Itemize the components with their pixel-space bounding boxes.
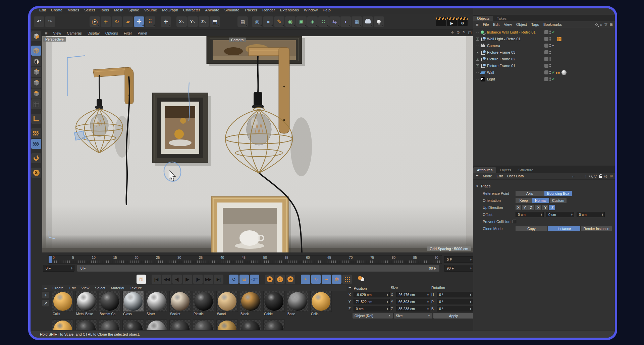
go-to-start-icon[interactable]: |◀: [152, 275, 161, 284]
size-mode-dropdown[interactable]: Size▼: [394, 313, 432, 319]
play-icon[interactable]: ▶: [183, 275, 192, 284]
object-row[interactable]: Camera ⌖: [473, 42, 615, 49]
axis-lock-y[interactable]: Y↘: [187, 16, 198, 27]
picture-frame-middle[interactable]: [152, 93, 211, 166]
visibility-dots[interactable]: [549, 57, 551, 61]
keyframe-selection-icon[interactable]: ( ): [275, 275, 285, 284]
menu-select[interactable]: Select: [84, 8, 95, 12]
enabled-check-icon[interactable]: ✓: [552, 30, 555, 35]
attr-menu-userdata[interactable]: User Data: [507, 174, 524, 178]
mat-menu-create[interactable]: Create: [53, 286, 64, 290]
material-list-row2[interactable]: [52, 320, 285, 330]
reference-point-axis-button[interactable]: Axis: [516, 191, 544, 196]
material-item[interactable]: Coils: [52, 291, 73, 316]
search-icon[interactable]: [595, 23, 598, 26]
tab-attributes[interactable]: Attributes: [473, 167, 496, 173]
material-item[interactable]: Socket: [169, 291, 191, 316]
object-row[interactable]: Wall ✓: [473, 69, 615, 76]
om-menu-tags[interactable]: Tags: [531, 22, 539, 26]
spline-pen-icon[interactable]: ✎: [274, 16, 284, 27]
up-icon[interactable]: ↑: [585, 174, 587, 179]
up-neg-y-button[interactable]: -Y: [542, 205, 548, 210]
menu-simulate[interactable]: Simulate: [224, 8, 239, 12]
make-editable-icon[interactable]: [31, 31, 41, 41]
material-item[interactable]: Black: [240, 291, 261, 316]
stepper-icon[interactable]: ▲▼: [71, 267, 73, 270]
prevent-collision-checkbox[interactable]: [513, 220, 516, 223]
material-item[interactable]: Wood: [216, 291, 238, 316]
add-icon[interactable]: ⊞: [610, 22, 613, 27]
vp-menu-options[interactable]: Options: [105, 31, 118, 35]
menu-volume[interactable]: Volume: [144, 8, 157, 12]
visibility-dots[interactable]: [549, 44, 551, 47]
material-item[interactable]: Metal Base: [75, 291, 97, 316]
mat-menu-texture[interactable]: Texture: [130, 286, 142, 290]
visibility-dots[interactable]: [549, 77, 551, 81]
loop-toggle-icon[interactable]: ↺: [229, 275, 238, 284]
tab-takes[interactable]: Takes: [493, 16, 510, 21]
enabled-check-icon[interactable]: ✓: [552, 77, 555, 81]
undo-icon[interactable]: ↶: [34, 16, 44, 27]
material-tag-icon[interactable]: [561, 70, 567, 75]
object-row[interactable]: + Picture Frame 01: [473, 62, 615, 69]
menu-mograph[interactable]: MoGraph: [162, 8, 178, 12]
attr-menu-mode[interactable]: Mode: [483, 174, 492, 178]
keyframe-bar-icon[interactable]: ▤: [239, 275, 249, 284]
rotation-p-field[interactable]: 0 °▲▼: [437, 299, 473, 304]
clone-render-instance-button[interactable]: Render Instance: [581, 226, 612, 231]
visibility-dots[interactable]: [549, 31, 551, 34]
content-browser-icon[interactable]: ▤: [237, 16, 248, 27]
solo-icon[interactable]: [358, 275, 367, 284]
vp-menu-cameras[interactable]: Cameras: [67, 31, 82, 35]
rotation-b-field[interactable]: 0 °▲▼: [437, 306, 473, 311]
clone-copy-button[interactable]: Copy: [516, 226, 547, 231]
viewport-canvas[interactable]: Perspective Camera Grid Spacing : 5000 c…: [42, 36, 473, 252]
sound-toggle-icon[interactable]: ◁𝄙: [250, 275, 259, 284]
scale-icon[interactable]: ▰: [123, 16, 133, 27]
point-mode-icon[interactable]: [31, 67, 41, 77]
filter-icon[interactable]: ▽: [604, 22, 607, 27]
record-pla-icon[interactable]: [342, 275, 352, 284]
camera-icon[interactable]: [363, 16, 373, 27]
menu-mesh[interactable]: Mesh: [114, 8, 123, 12]
light-icon[interactable]: [374, 16, 384, 27]
live-selection-icon[interactable]: ◯➤: [90, 16, 100, 27]
offset-x-field[interactable]: 0 cm▲▼: [516, 212, 544, 217]
om-menu-view[interactable]: View: [504, 22, 512, 26]
deformer-icon[interactable]: ◈: [307, 16, 318, 27]
rotate-icon[interactable]: ↻: [112, 16, 122, 27]
om-menu-object[interactable]: Object: [516, 22, 527, 26]
viewport-toggle-icon[interactable]: ▢: [468, 30, 472, 35]
viewport-zoom-icon[interactable]: ⊙: [457, 30, 460, 35]
visibility-dots[interactable]: [549, 64, 551, 67]
menu-render[interactable]: Render: [262, 8, 275, 12]
cloner-icon[interactable]: ∷: [318, 16, 329, 27]
track-icon[interactable]: ◎: [604, 174, 607, 178]
generator-icon[interactable]: ▣: [296, 16, 307, 27]
menu-tracker[interactable]: Tracker: [245, 8, 258, 12]
uv-mode-icon[interactable]: [31, 99, 41, 109]
layer-toggle[interactable]: [544, 50, 548, 54]
primitive-cube-icon[interactable]: ■: [263, 16, 273, 27]
menu-window[interactable]: Window: [304, 8, 318, 12]
attr-menu-edit[interactable]: Edit: [496, 174, 503, 178]
hamburger-icon[interactable]: ≡: [476, 174, 479, 179]
om-menu-bookmarks[interactable]: Bookmarks: [543, 22, 562, 26]
record-scale-icon[interactable]: ▰: [322, 275, 331, 284]
filter-icon[interactable]: ▽: [594, 174, 597, 178]
record-key-icon[interactable]: ⚿: [137, 275, 146, 284]
vp-menu-display[interactable]: Display: [88, 31, 100, 35]
menu-character[interactable]: Character: [183, 8, 200, 12]
layer-toggle[interactable]: [544, 44, 548, 48]
layer-toggle[interactable]: [544, 70, 548, 74]
hamburger-icon[interactable]: ≡: [44, 285, 47, 290]
menu-tools[interactable]: Tools: [100, 8, 109, 12]
search-icon[interactable]: [589, 175, 592, 177]
coordinate-system-icon[interactable]: ⬒: [210, 16, 220, 27]
expand-icon[interactable]: +: [476, 51, 479, 54]
mat-menu-material[interactable]: Material: [111, 286, 124, 290]
om-menu-edit[interactable]: Edit: [493, 22, 499, 26]
magnet-icon[interactable]: [31, 153, 41, 163]
layer-toggle[interactable]: [544, 37, 548, 41]
object-row[interactable]: + Wall Light - Retro 01: [473, 36, 615, 42]
